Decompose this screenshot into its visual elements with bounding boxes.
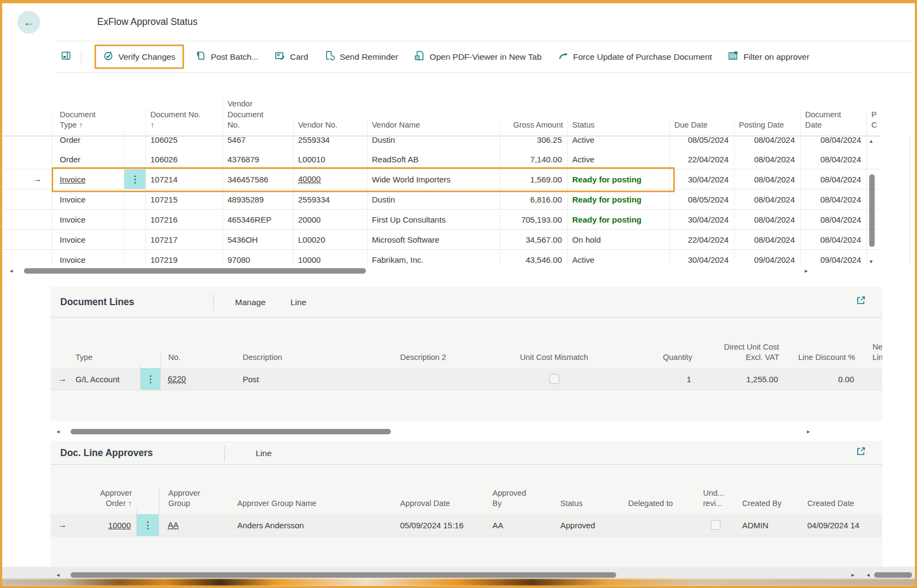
cell-status[interactable]: Active bbox=[567, 149, 669, 169]
document-line-row[interactable]: → G/L Account ⋮ 6220 Post 1 1,255.00 0.0… bbox=[50, 368, 882, 390]
cell-vendor-name[interactable]: Dustin bbox=[367, 136, 499, 149]
open-pdf-viewer-button[interactable]: Open PDF-Viewer in New Tab bbox=[406, 50, 549, 63]
scroll-track[interactable] bbox=[872, 572, 915, 578]
col-gross-amount[interactable]: Gross Amount bbox=[499, 120, 567, 136]
scroll-right-arrow[interactable]: ► bbox=[849, 572, 857, 578]
scroll-track[interactable] bbox=[62, 428, 805, 435]
col-unit-cost-mismatch[interactable]: Unit Cost Mismatch bbox=[515, 352, 593, 368]
cell-vendor-document-no[interactable]: 5467 bbox=[223, 136, 293, 149]
scroll-left-arrow[interactable]: ◄ bbox=[8, 268, 15, 274]
col-vendor-document-no[interactable]: Vendor Document No. bbox=[223, 99, 293, 136]
horizontal-scroll-thumb[interactable] bbox=[71, 572, 616, 578]
cell-vendor-no-link[interactable]: 40000 bbox=[298, 174, 321, 184]
send-reminder-button[interactable]: Send Reminder bbox=[317, 50, 407, 63]
cell-created-date[interactable]: 04/09/2024 14 bbox=[800, 514, 882, 536]
table-row[interactable]: Invoice 107216 465346REP 20000 First Up … bbox=[3, 210, 881, 230]
cell-document-no[interactable]: 107215 bbox=[146, 189, 223, 209]
scroll-left-arrow[interactable]: ◄ bbox=[54, 572, 62, 578]
cell-gross-amount[interactable]: 43,546.00 bbox=[499, 250, 567, 265]
back-button[interactable]: ← bbox=[17, 11, 40, 34]
cell-posting-date[interactable]: 08/04/2024 bbox=[734, 136, 800, 149]
col-description[interactable]: Description bbox=[230, 352, 390, 368]
cell-vendor-name[interactable]: Wide World Importers bbox=[367, 169, 499, 189]
cell-gross-amount[interactable]: 705,193.00 bbox=[499, 210, 567, 229]
approver-row[interactable]: → 10000 ⋮ AA Anders Andersson 05/09/2024… bbox=[50, 514, 882, 536]
cell-document-date[interactable]: 08/04/2024 bbox=[800, 230, 867, 249]
col-type[interactable]: Type bbox=[71, 352, 140, 368]
scroll-right-arrow[interactable]: ► bbox=[805, 429, 812, 434]
document-lines-title[interactable]: Document Lines bbox=[60, 296, 134, 308]
col-document-no[interactable]: Document No. ↑ bbox=[146, 110, 223, 136]
cell-quantity[interactable]: 1 bbox=[593, 368, 697, 390]
card-button[interactable]: Card bbox=[267, 50, 317, 63]
cell-due-date[interactable]: 08/05/2024 bbox=[669, 136, 734, 149]
share-icon[interactable] bbox=[856, 446, 866, 458]
cell-description-2[interactable] bbox=[390, 368, 515, 390]
cell-vendor-no[interactable]: 20000 bbox=[293, 210, 367, 229]
col-approver-group[interactable]: Approver Group bbox=[159, 488, 230, 514]
cell-vendor-document-no[interactable]: 4376879 bbox=[223, 149, 293, 169]
scroll-up-arrow[interactable]: ▲ bbox=[869, 138, 874, 144]
cell-due-date[interactable]: 22/04/2024 bbox=[669, 149, 734, 169]
doc-line-approvers-title[interactable]: Doc. Line Approvers bbox=[60, 447, 153, 459]
cell-description[interactable]: Post bbox=[230, 368, 390, 390]
cell-document-type[interactable]: Order bbox=[52, 149, 124, 169]
col-created-by[interactable]: Created By bbox=[735, 498, 800, 514]
cell-posting-date[interactable]: 08/04/2024 bbox=[734, 149, 800, 169]
cell-vendor-document-no[interactable]: 48935289 bbox=[223, 189, 293, 209]
col-vendor-no[interactable]: Vendor No. bbox=[293, 120, 367, 136]
col-posting-date[interactable]: Posting Date bbox=[734, 120, 800, 136]
col-line-discount[interactable]: Line Discount % bbox=[783, 352, 859, 368]
cell-document-type[interactable]: Invoice bbox=[52, 189, 124, 209]
cell-status[interactable]: Active bbox=[567, 136, 669, 149]
cell-vendor-name[interactable]: Fabrikam, Inc. bbox=[367, 250, 499, 265]
line-menu[interactable]: Line bbox=[256, 448, 271, 458]
cell-vendor-document-no[interactable]: 5436OH bbox=[223, 230, 293, 249]
cell-delegated-to[interactable] bbox=[621, 514, 697, 536]
table-row-selected[interactable]: → Invoice ⋮ 107214 346457586 40000 Wide … bbox=[3, 169, 881, 189]
force-update-button[interactable]: Force Update of Purchase Document bbox=[550, 50, 720, 63]
col-approver-order[interactable]: Approver Order ↑ bbox=[71, 488, 136, 514]
cell-document-type[interactable]: Order bbox=[52, 136, 124, 149]
cell-approved-by[interactable]: AA bbox=[485, 514, 553, 536]
cell-document-no[interactable]: 107217 bbox=[146, 230, 223, 249]
cell-approver-group-name[interactable]: Anders Andersson bbox=[230, 514, 393, 536]
cell-due-date[interactable]: 30/04/2024 bbox=[669, 210, 734, 229]
filter-on-approver-button[interactable]: Filter on approver bbox=[720, 50, 817, 63]
cell-due-date[interactable]: 22/04/2024 bbox=[669, 230, 734, 249]
cell-vendor-no[interactable]: L00020 bbox=[293, 230, 367, 249]
post-batch-button[interactable]: Post Batch... bbox=[187, 50, 267, 63]
board-view-button[interactable] bbox=[54, 50, 73, 63]
horizontal-scroll-thumb[interactable] bbox=[24, 268, 366, 274]
cell-document-date[interactable]: 09/04/2024 bbox=[800, 250, 867, 265]
cell-gross-amount[interactable]: 7,140.00 bbox=[499, 149, 567, 169]
cell-approver-order-link[interactable]: 10000 bbox=[108, 521, 131, 530]
col-pc-truncated[interactable]: P C bbox=[867, 110, 881, 136]
under-review-checkbox[interactable] bbox=[711, 520, 720, 530]
cell-status[interactable]: Approved bbox=[553, 514, 621, 536]
cell-document-date[interactable]: 08/04/2024 bbox=[800, 136, 867, 149]
manage-menu[interactable]: Manage bbox=[235, 298, 265, 307]
col-delegated-to[interactable]: Delegated to bbox=[621, 498, 697, 514]
verify-changes-button[interactable]: Verify Changes bbox=[94, 45, 184, 69]
cell-approval-date[interactable]: 05/09/2024 15:16 bbox=[393, 514, 485, 536]
cell-vendor-name[interactable]: Microsoft Software bbox=[367, 230, 499, 249]
cell-posting-date[interactable]: 08/04/2024 bbox=[734, 189, 800, 209]
cell-vendor-no[interactable]: 2559334 bbox=[293, 189, 367, 209]
cell-document-no[interactable]: 107219 bbox=[146, 250, 223, 265]
scroll-left-arrow[interactable]: ◄ bbox=[54, 429, 62, 434]
cell-posting-date[interactable]: 09/04/2024 bbox=[734, 250, 800, 265]
more-options-icon[interactable]: ⋮ bbox=[140, 368, 161, 390]
col-description-2[interactable]: Description 2 bbox=[390, 352, 515, 368]
cell-status[interactable]: On hold bbox=[567, 230, 669, 249]
col-status[interactable]: Status bbox=[567, 120, 669, 136]
cell-vendor-name[interactable]: First Up Consultants bbox=[367, 210, 499, 229]
col-created-date[interactable]: Created Date bbox=[800, 498, 882, 514]
cell-due-date[interactable]: 30/04/2024 bbox=[669, 169, 734, 189]
scroll-track[interactable] bbox=[15, 268, 802, 274]
table-row[interactable]: Order 106026 4376879 L00010 ReadSoft AB … bbox=[3, 149, 881, 169]
col-approval-date[interactable]: Approval Date bbox=[393, 498, 485, 514]
col-vendor-name[interactable]: Vendor Name bbox=[367, 120, 499, 136]
cell-no-link[interactable]: 6220 bbox=[168, 374, 186, 384]
cell-vendor-name[interactable]: Dustin bbox=[367, 189, 499, 209]
